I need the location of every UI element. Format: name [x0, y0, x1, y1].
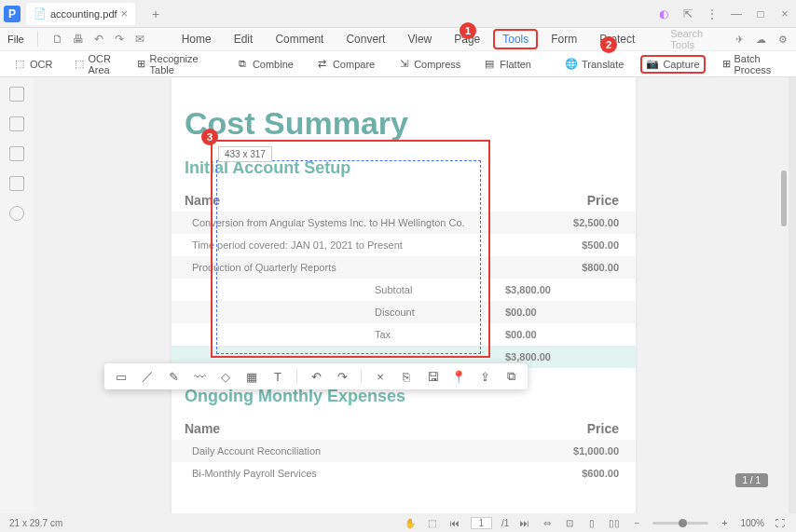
undo-icon[interactable]: ↶ — [92, 33, 105, 46]
page-total: /1 — [501, 518, 509, 528]
zoom-level[interactable]: 100% — [740, 518, 764, 528]
color-dot-icon[interactable]: ◐ — [656, 7, 671, 21]
workspace: Cost Summary Initial Account Setup Name … — [34, 77, 789, 513]
fullscreen-icon[interactable]: ⛶ — [774, 516, 787, 529]
last-page-icon[interactable]: ⏭ — [518, 516, 531, 529]
flatten-icon: ▤ — [483, 58, 496, 71]
capture-button[interactable]: 📷Capture — [640, 55, 705, 74]
cloud-icon[interactable]: ☁ — [755, 33, 767, 46]
save-capture-icon[interactable]: 🖫 — [425, 369, 440, 384]
pen-tool-icon[interactable]: ✎ — [166, 369, 181, 384]
tab-close-icon[interactable]: × — [121, 7, 129, 20]
table-row: Daily Account Reconciliation$1,000.00 — [172, 440, 636, 462]
recognize-table-button[interactable]: ⊞Recognize Table — [131, 50, 208, 78]
ocr-area-icon: ⬚ — [75, 58, 84, 71]
compare-button[interactable]: ⇄Compare — [310, 55, 380, 74]
select-tool-icon[interactable]: ⬚ — [426, 516, 439, 529]
pdf-icon: 📄 — [34, 7, 47, 20]
flatten-button[interactable]: ▤Flatten — [477, 55, 537, 74]
combine-icon: ⧉ — [236, 58, 249, 71]
tab-home[interactable]: Home — [172, 29, 221, 49]
zoom-out-icon[interactable]: − — [630, 516, 643, 529]
single-page-icon[interactable]: ▯ — [585, 516, 598, 529]
settings-icon[interactable]: ⚙ — [776, 33, 789, 46]
translate-button[interactable]: 🌐Translate — [559, 55, 629, 74]
polyline-tool-icon[interactable]: 〰 — [192, 369, 207, 384]
copy-capture-icon[interactable]: ⎘ — [399, 369, 414, 384]
subtotal-row: Subtotal$3,800.00 — [172, 279, 636, 301]
zoom-in-icon[interactable]: + — [718, 516, 731, 529]
two-page-icon[interactable]: ▯▯ — [608, 516, 621, 529]
page-title: Cost Summary — [172, 105, 636, 142]
text-tool-icon[interactable]: T — [270, 369, 285, 384]
maximize-icon[interactable]: □ — [753, 7, 768, 21]
tab-view[interactable]: View — [398, 29, 441, 49]
tab-edit[interactable]: Edit — [225, 29, 263, 49]
first-page-icon[interactable]: ⏮ — [448, 516, 461, 529]
zoom-slider[interactable] — [652, 522, 708, 525]
fit-page-icon[interactable]: ⊡ — [563, 516, 576, 529]
fit-width-icon[interactable]: ⇔ — [541, 516, 554, 529]
compress-button[interactable]: ⇲Compress — [391, 55, 466, 74]
tools-ribbon: ⬚OCR ⬚OCR Area ⊞Recognize Table ⧉Combine… — [0, 51, 796, 77]
attachments-icon[interactable] — [9, 146, 24, 161]
share-capture-icon[interactable]: ⇪ — [477, 369, 492, 384]
menubar: File 🗋 🖶 ↶ ↷ ✉ Home Edit Comment Convert… — [0, 28, 796, 51]
save-icon[interactable]: 🗋 — [51, 33, 64, 46]
share-icon[interactable]: ⇱ — [680, 7, 695, 21]
batch-icon: ⊞ — [722, 58, 731, 71]
mosaic-tool-icon[interactable]: ▦ — [244, 369, 259, 384]
ocr-button[interactable]: ⬚OCR — [7, 55, 58, 74]
comments-panel-icon[interactable] — [9, 176, 24, 191]
table-row: Time period covered: JAN 01, 2021 to Pre… — [172, 234, 636, 256]
statusbar: 21 x 29.7 cm ✋ ⬚ ⏮ 1 /1 ⏭ ⇔ ⊡ ▯ ▯▯ − + 1… — [0, 513, 796, 532]
redo-icon[interactable]: ↷ — [113, 33, 126, 46]
bookmarks-icon[interactable] — [9, 116, 24, 131]
add-tab-button[interactable]: + — [148, 7, 163, 21]
undo-capture-icon[interactable]: ↶ — [309, 369, 323, 384]
rect-tool-icon[interactable]: ▭ — [114, 369, 129, 384]
file-menu[interactable]: File — [7, 34, 24, 45]
table-icon: ⊞ — [137, 58, 146, 71]
annotation-badge-1: 1 — [460, 22, 476, 39]
vertical-scrollbar[interactable] — [781, 171, 787, 226]
tab-convert[interactable]: Convert — [336, 29, 394, 49]
ocr-area-button[interactable]: ⬚OCR Area — [69, 50, 119, 78]
kebab-menu-icon[interactable]: ⋮ — [705, 7, 720, 21]
print-icon[interactable]: 🖶 — [72, 33, 85, 46]
eraser-tool-icon[interactable]: ◇ — [218, 369, 233, 384]
annotation-badge-3: 3 — [201, 129, 218, 145]
left-sidebar — [0, 77, 34, 513]
line-tool-icon[interactable]: ／ — [140, 369, 155, 384]
document-tab[interactable]: 📄 accounting.pdf × — [26, 3, 135, 25]
layers-icon[interactable] — [9, 206, 24, 221]
table-header: Name Price — [172, 417, 636, 440]
col-name: Name — [185, 193, 587, 208]
page-input[interactable]: 1 — [471, 517, 493, 529]
table-row: Production of Quarterly Reports$800.00 — [172, 256, 636, 279]
minimize-icon[interactable]: — — [729, 7, 744, 21]
pin-capture-icon[interactable]: 📍 — [451, 369, 466, 384]
thumbnails-icon[interactable] — [9, 87, 24, 102]
combine-button[interactable]: ⧉Combine — [230, 55, 299, 74]
search-tools-input[interactable]: Search Tools — [670, 28, 724, 50]
document-page: Cost Summary Initial Account Setup Name … — [172, 77, 636, 513]
app-logo-icon: P — [4, 6, 21, 22]
close-window-icon[interactable]: × — [777, 7, 792, 21]
mail-icon[interactable]: ✉ — [133, 33, 146, 46]
annotation-badge-2: 2 — [600, 36, 617, 53]
tab-comment[interactable]: Comment — [266, 29, 333, 49]
discount-row: Discount$00.00 — [172, 301, 636, 323]
tab-form[interactable]: Form — [542, 29, 586, 49]
more-capture-icon[interactable]: ⧉ — [503, 369, 518, 384]
cancel-capture-icon[interactable]: × — [373, 369, 388, 384]
tab-protect[interactable]: Protect — [590, 29, 644, 49]
hand-tool-icon[interactable]: ✋ — [404, 516, 417, 529]
capture-size-label: 433 x 317 — [218, 146, 272, 162]
page-counter-badge: 1 / 1 — [735, 473, 768, 487]
col-price: Price — [587, 421, 619, 436]
send-icon[interactable]: ✈ — [734, 33, 746, 46]
redo-capture-icon[interactable]: ↷ — [335, 369, 350, 384]
batch-process-button[interactable]: ⊞Batch Process — [717, 50, 782, 78]
tab-tools[interactable]: Tools — [493, 29, 538, 49]
